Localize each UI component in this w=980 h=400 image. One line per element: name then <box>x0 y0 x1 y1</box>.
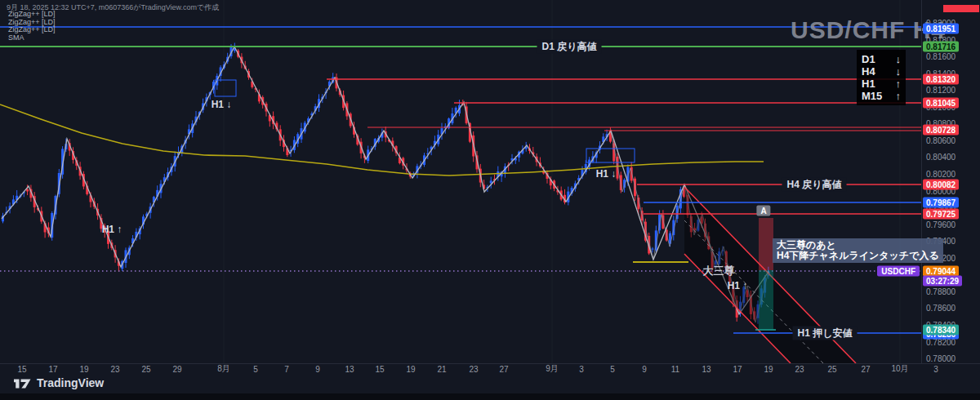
price-label-chip: 0.81320 <box>923 74 959 85</box>
chart-text-annotation[interactable]: H1 ↓ <box>212 99 232 110</box>
symbol-price-chip: USDCHF <box>877 266 920 277</box>
time-tick: 25 <box>141 365 150 374</box>
time-tick: 23 <box>795 365 804 374</box>
price-label-chip: 03:27:29 <box>923 276 962 287</box>
entry-point-badge[interactable]: A <box>756 206 770 216</box>
price-label-chip: 0.81951 <box>923 24 959 34</box>
chart-text-annotation[interactable]: H1 ↑ <box>728 280 748 291</box>
indicator-label-1[interactable]: ZigZag++ [LD] <box>8 18 56 26</box>
time-tick: 5 <box>253 365 258 374</box>
price-tick: 0.78800 <box>926 287 956 296</box>
price-label-chip: 0.78340 <box>923 325 959 336</box>
zigzag-major-line[interactable] <box>2 47 768 314</box>
tf-direction-row-H1: H1↑ <box>862 78 901 90</box>
indicator-label-0[interactable]: ZigZag++ [LD] <box>8 10 56 18</box>
tradingview-chart-window: 9月 18, 2025 12:32 UTC+7, m0607366がTradin… <box>0 0 980 400</box>
direction-arrow-icon: ↑ <box>896 90 902 102</box>
price-tick: 0.78600 <box>926 304 956 313</box>
tf-direction-row-D1: D1↓ <box>862 53 901 65</box>
chart-text-annotation[interactable]: H4 戻り高値 <box>782 178 847 192</box>
price-label-chip: 0.80082 <box>923 180 959 190</box>
tradingview-logo[interactable]: TradingView <box>13 376 104 389</box>
direction-arrow-icon: ↑ <box>896 78 902 90</box>
chart-text-annotation[interactable]: H1 押し安値 <box>793 327 858 340</box>
time-tick: 29 <box>172 365 181 374</box>
candles-layer[interactable] <box>2 42 769 323</box>
time-tick: 7 <box>284 365 289 374</box>
time-tick: 13 <box>345 365 354 374</box>
time-tick: 27 <box>499 365 508 374</box>
price-label-chip: 0.80728 <box>923 125 959 136</box>
time-tick: 15 <box>17 365 26 374</box>
direction-arrow-icon: ↓ <box>896 65 902 78</box>
price-axis-divider <box>921 0 922 363</box>
chart-text-annotation[interactable]: D1 戻り高値 <box>537 40 602 54</box>
time-tick: 15 <box>375 365 384 374</box>
time-tick: 3 <box>933 365 938 374</box>
time-tick: 17 <box>48 365 57 374</box>
price-label-chip: 0.81716 <box>923 42 959 52</box>
indicator-label-2[interactable]: ZigZag++ [LD] <box>8 25 56 33</box>
trade-note-annotation[interactable]: 大三尊のあと H4下降チャネルラインタッチで入る <box>773 238 943 263</box>
time-tick: 9月 <box>546 363 559 375</box>
time-tick: 27 <box>861 365 870 374</box>
time-tick: 10月 <box>891 363 908 375</box>
window-bottom-edge <box>0 393 980 400</box>
time-tick: 8月 <box>217 363 230 375</box>
timeframe-direction-table: D1↓H4↓H1↑M15↑ <box>857 50 906 105</box>
price-label-chip: 0.79725 <box>923 209 959 220</box>
time-tick: 3 <box>579 365 584 374</box>
tf-direction-row-H4: H4↓ <box>862 65 901 78</box>
time-tick: 25 <box>827 365 836 374</box>
time-tick: 21 <box>437 365 446 374</box>
time-tick: 13 <box>702 365 710 374</box>
chart-text-annotation[interactable]: H1 ↓ <box>596 168 617 180</box>
price-tick: 0.80400 <box>926 153 956 162</box>
tradingview-logo-icon <box>13 377 31 389</box>
time-tick: 9 <box>315 365 320 374</box>
chart-text-annotation[interactable]: 大三尊 <box>703 264 735 278</box>
price-tick: 0.81600 <box>926 52 956 61</box>
tf-label: H4 <box>862 65 875 78</box>
price-tick: 0.81200 <box>926 86 956 95</box>
price-label-chip: 0.79867 <box>923 198 959 208</box>
price-tick: 0.79600 <box>926 220 956 229</box>
chart-text-annotation[interactable]: H1 ↑ <box>102 224 122 235</box>
price-tick: 0.80600 <box>926 136 956 145</box>
tf-label: H1 <box>862 78 875 90</box>
time-tick: 19 <box>764 365 773 374</box>
time-tick: 17 <box>733 365 742 374</box>
time-tick: 23 <box>110 365 119 374</box>
indicator-label-3[interactable]: SMA <box>8 33 24 42</box>
time-tick: 19 <box>406 365 415 374</box>
time-tick: 19 <box>79 365 88 374</box>
time-tick: 11 <box>671 365 679 374</box>
tf-direction-row-M15: M15↑ <box>862 90 901 102</box>
position-tool[interactable] <box>759 218 773 330</box>
pattern-boxes[interactable] <box>215 80 635 162</box>
clipped-price-label <box>943 5 979 12</box>
time-tick: 23 <box>469 365 478 374</box>
tradingview-logo-text: TradingView <box>37 376 104 389</box>
price-tick: 0.78000 <box>926 354 956 363</box>
tf-label: M15 <box>862 90 882 102</box>
price-tick: 0.80200 <box>926 170 956 179</box>
direction-arrow-icon: ↓ <box>896 53 902 65</box>
trade-note-line2: H4下降チャネルラインタッチで入る <box>777 251 939 261</box>
price-label-chip: 0.81045 <box>923 98 959 109</box>
time-axis-divider <box>0 363 980 364</box>
tf-label: D1 <box>862 53 875 65</box>
time-tick: 9 <box>642 365 647 374</box>
time-tick: 5 <box>610 365 615 374</box>
